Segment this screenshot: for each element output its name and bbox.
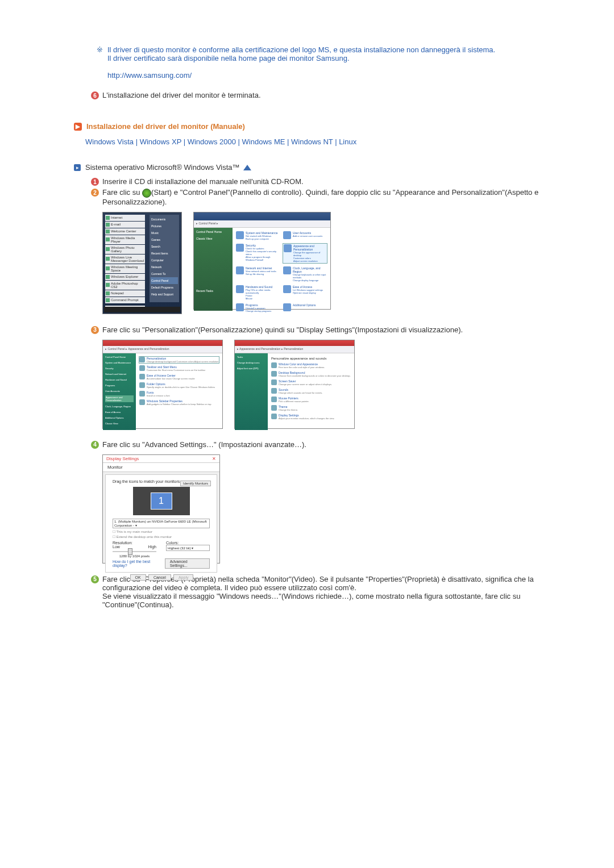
cancel-button: Cancel xyxy=(148,574,171,581)
help-link: How do I get the best display? xyxy=(113,560,164,567)
step6-text: L'installazione del driver del monitor è… xyxy=(102,91,540,99)
screenshot-control-panel: ▸ Control Panel ▸ Control Panel Home Cla… xyxy=(193,212,331,310)
os-bullet-icon: ▸ xyxy=(74,164,81,171)
bullet-6-icon: 6 xyxy=(91,91,99,99)
bullet-1-icon: 1 xyxy=(91,178,99,186)
vista-step1: Inserire il CD di installazione del manu… xyxy=(102,177,540,186)
section-arrow-icon: ▶ xyxy=(74,123,82,131)
vista-step2: Fare clic su (Start) e "Control Panel"(P… xyxy=(102,188,540,206)
monitor-dropdown: 1. (Multiple Monitors) on NVIDIA GeForce… xyxy=(113,519,210,528)
bullet-5-icon: 5 xyxy=(91,575,99,583)
bullet-4-icon: 4 xyxy=(91,441,99,449)
start-orb-icon xyxy=(142,189,151,198)
resolution-slider xyxy=(128,548,132,555)
screenshot-appearance-category: ▸ Control Panel ▸ Appearance and Persona… xyxy=(102,340,223,429)
samsung-link[interactable]: http://www.samsung.com/ xyxy=(107,71,192,80)
identify-monitors-button: Identify Monitors xyxy=(180,481,211,486)
os-links: Windows Vista | Windows XP | Windows 200… xyxy=(85,137,540,146)
link-xp[interactable]: Windows XP xyxy=(140,137,181,146)
screenshot-start-menu: Internet E-mail Welcome Center Windows M… xyxy=(102,212,182,314)
section-title: Installazione del driver del monitor (Ma… xyxy=(86,122,245,131)
ok-button: OK xyxy=(130,574,146,581)
note-text: Il driver di questo monitor è conforme a… xyxy=(107,45,495,80)
note-line1: Il driver di questo monitor è conforme a… xyxy=(107,45,495,54)
colors-dropdown: Highest (32 bit) ▾ xyxy=(166,545,210,551)
apply-button: Apply xyxy=(173,574,194,581)
link-nt[interactable]: Windows NT xyxy=(291,137,333,146)
vista-step4: Fare clic su "Advanced Settings…" (Impos… xyxy=(102,440,540,449)
bullet-3-icon: 3 xyxy=(91,326,99,334)
up-arrow-icon[interactable] xyxy=(243,165,251,170)
link-me[interactable]: Windows ME xyxy=(242,137,285,146)
advanced-settings-button: Advanced Settings... xyxy=(165,558,210,569)
close-icon: ✕ xyxy=(212,456,216,461)
link-vista[interactable]: Windows Vista xyxy=(85,137,134,146)
note-line2: Il driver certificato sarà disponibile n… xyxy=(107,54,495,62)
screenshot-personalization: ▸ Appearance and Personalization ▸ Perso… xyxy=(234,340,355,429)
screenshot-display-settings: Display Settings✕ Monitor Drag the icons… xyxy=(102,454,220,564)
os-intro: Sistema operativo Microsoft® Windows Vis… xyxy=(85,163,240,172)
note-marker: ※ xyxy=(97,45,103,80)
link-2000[interactable]: Windows 2000 xyxy=(188,137,236,146)
link-linux[interactable]: Linux xyxy=(339,137,356,146)
bullet-2-icon: 2 xyxy=(91,189,99,197)
vista-step3: Fare clic su "Personalization"(Personali… xyxy=(102,326,540,334)
monitor-1-icon: 1 xyxy=(151,493,172,510)
